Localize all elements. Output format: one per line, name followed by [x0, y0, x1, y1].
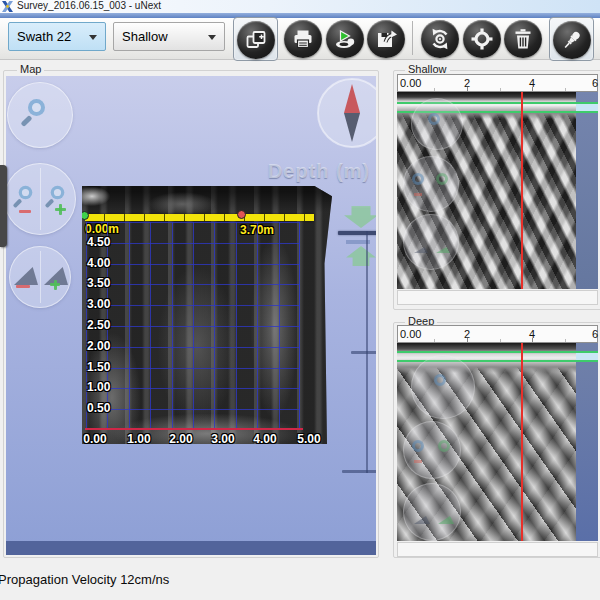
shallow-ruler: 0.00 2 4 6 [397, 74, 598, 92]
pushpin-icon [560, 28, 584, 52]
deep-radargram[interactable] [397, 343, 598, 541]
tick-mark [500, 88, 501, 91]
y-tick: 3.00 [87, 297, 110, 311]
shallow-cursor-line[interactable] [521, 92, 523, 289]
map-grid[interactable]: 4.50 4.00 3.50 3.00 2.50 2.00 1.50 1.00 … [86, 222, 300, 430]
new-view-button-frame [233, 17, 278, 61]
delete-button-frame [501, 17, 546, 61]
toolbar: Swath 22 Shallow [0, 18, 600, 60]
y-tick: 1.00 [87, 380, 110, 394]
tilt-plus-icon [436, 247, 450, 253]
x-tick: 4.00 [253, 432, 276, 446]
position-target-icon [470, 27, 494, 51]
grid-baseline [85, 428, 303, 430]
delete-button[interactable] [504, 20, 542, 58]
compass-icon [316, 77, 376, 149]
depth-down-arrow-icon[interactable] [344, 206, 376, 228]
tick-mark [434, 88, 435, 91]
side-panel-tab[interactable] [0, 165, 7, 247]
zoom-in-icon [436, 173, 448, 185]
export-play-button[interactable] [326, 20, 364, 58]
magnifier-icon [28, 99, 45, 116]
app-logo-icon [2, 1, 13, 12]
save-export-button[interactable] [367, 20, 405, 58]
minus-badge [16, 285, 30, 288]
tick-mark [565, 88, 566, 91]
ruler-tick: 6 [592, 328, 598, 340]
measure-start-marker[interactable] [80, 211, 89, 220]
deep-scrollbar[interactable] [397, 542, 598, 557]
ghost-zoom-out-in-button[interactable] [403, 156, 459, 212]
sync-settings-icon [428, 27, 452, 51]
export-play-icon [333, 27, 357, 51]
print-button[interactable] [284, 20, 322, 58]
title-bar: Survey_2016.06.15_003 - uNext [0, 0, 600, 13]
ghost-zoom-out-in-button[interactable] [403, 421, 461, 479]
window-title: Survey_2016.06.15_003 - uNext [17, 0, 161, 11]
sync-settings-button[interactable] [421, 20, 459, 58]
position-target-button[interactable] [463, 20, 501, 58]
depth-slider-end-tick [342, 470, 376, 473]
print-icon [291, 27, 315, 51]
map-bottom-strip [6, 541, 376, 555]
tilt-minus-icon [414, 516, 430, 524]
ghost-zoom-button[interactable] [411, 355, 475, 419]
save-export-icon [374, 27, 398, 51]
layer-dropdown-value: Shallow [122, 29, 168, 44]
tick-mark [532, 87, 533, 91]
chevron-down-icon [89, 35, 97, 40]
tilt-plus-icon [438, 516, 454, 524]
y-tick: 4.00 [87, 256, 110, 270]
button-divider [40, 251, 41, 304]
compass [316, 77, 376, 149]
y-tick: 1.50 [87, 360, 110, 374]
new-view-button[interactable] [237, 21, 275, 59]
sync-settings-button-frame [418, 17, 463, 61]
layer-dropdown[interactable]: Shallow [113, 22, 225, 51]
export-play-button-frame [323, 17, 368, 61]
x-tick: 0.00 [83, 432, 106, 446]
ghost-tilt-button[interactable] [403, 214, 459, 270]
map-panel-label: Map [17, 63, 44, 75]
map-zoom-out-in-button[interactable] [6, 163, 76, 235]
depth-slider-handle[interactable] [338, 231, 376, 235]
measure-end-marker[interactable] [237, 210, 246, 219]
new-view-icon [244, 28, 268, 52]
shallow-radargram[interactable] [397, 92, 598, 289]
zoom-in-icon [438, 440, 450, 452]
tick-mark [467, 87, 468, 91]
map-tilt-button[interactable] [9, 246, 71, 308]
save-export-button-frame [364, 17, 409, 61]
application-window: Survey_2016.06.15_003 - uNext Swath 22 S… [0, 0, 600, 600]
plus-badge-v [59, 204, 62, 215]
y-tick: 3.50 [87, 276, 110, 290]
ghost-tilt-button[interactable] [403, 483, 461, 541]
magnifier-icon [428, 113, 440, 125]
ruler-tick: 0.00 [400, 328, 421, 340]
x-tick: 3.00 [211, 432, 234, 446]
shallow-scrollbar[interactable] [397, 290, 598, 305]
depth-slider-mid-tick [351, 351, 376, 354]
tilt-minus-icon [414, 247, 428, 253]
plus-badge-v [54, 280, 57, 290]
zoom-out-icon [412, 440, 424, 452]
pin-button[interactable] [553, 21, 591, 59]
measure-line[interactable] [85, 214, 314, 221]
depth-window-top-line[interactable] [397, 351, 598, 353]
y-tick: 2.00 [87, 339, 110, 353]
depth-up-arrow-icon[interactable] [346, 246, 376, 266]
map-radar-slice[interactable]: 0.00m 3.70m 4.50 4.00 3.50 3.00 2.50 2.0… [82, 186, 332, 444]
ghost-zoom-button[interactable] [411, 98, 463, 150]
deep-cursor-line[interactable] [521, 343, 523, 541]
y-tick: 0.50 [87, 401, 110, 415]
trash-icon [511, 27, 535, 51]
map-zoom-button[interactable] [7, 82, 73, 148]
x-tick: 2.00 [169, 432, 192, 446]
swath-dropdown-value: Swath 22 [17, 29, 71, 44]
zoom-out-icon [19, 186, 33, 200]
swath-dropdown[interactable]: Swath 22 [8, 22, 106, 51]
map-view[interactable]: Depth (m) [6, 76, 376, 555]
chevron-down-icon [208, 35, 216, 40]
minus-badge [414, 193, 422, 196]
depth-axis-label: Depth (m) [268, 160, 370, 183]
